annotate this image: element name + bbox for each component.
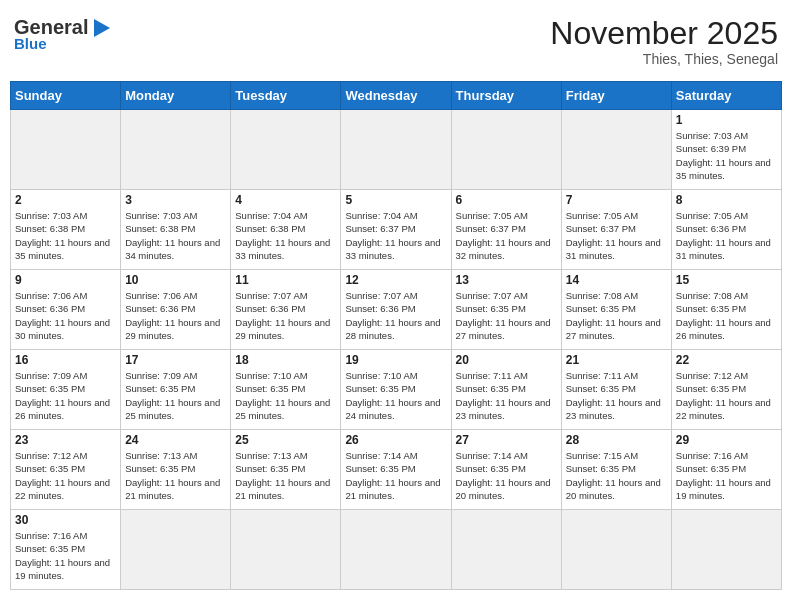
- logo-blue-text: Blue: [14, 35, 47, 52]
- calendar-cell: 3Sunrise: 7:03 AMSunset: 6:38 PMDaylight…: [121, 190, 231, 270]
- calendar-cell: 14Sunrise: 7:08 AMSunset: 6:35 PMDayligh…: [561, 270, 671, 350]
- calendar-cell: 30Sunrise: 7:16 AMSunset: 6:35 PMDayligh…: [11, 510, 121, 590]
- day-number: 28: [566, 433, 667, 447]
- day-info: Sunrise: 7:07 AMSunset: 6:35 PMDaylight:…: [456, 289, 557, 342]
- calendar-cell: 18Sunrise: 7:10 AMSunset: 6:35 PMDayligh…: [231, 350, 341, 430]
- week-row-0: 1Sunrise: 7:03 AMSunset: 6:39 PMDaylight…: [11, 110, 782, 190]
- week-row-1: 2Sunrise: 7:03 AMSunset: 6:38 PMDaylight…: [11, 190, 782, 270]
- calendar-cell: [451, 510, 561, 590]
- calendar-cell: [11, 110, 121, 190]
- weekday-header-thursday: Thursday: [451, 82, 561, 110]
- day-info: Sunrise: 7:10 AMSunset: 6:35 PMDaylight:…: [345, 369, 446, 422]
- day-number: 29: [676, 433, 777, 447]
- calendar-cell: 7Sunrise: 7:05 AMSunset: 6:37 PMDaylight…: [561, 190, 671, 270]
- day-number: 25: [235, 433, 336, 447]
- calendar-cell: 5Sunrise: 7:04 AMSunset: 6:37 PMDaylight…: [341, 190, 451, 270]
- location-subtitle: Thies, Thies, Senegal: [550, 51, 778, 67]
- calendar-cell: 8Sunrise: 7:05 AMSunset: 6:36 PMDaylight…: [671, 190, 781, 270]
- day-number: 15: [676, 273, 777, 287]
- calendar-cell: 21Sunrise: 7:11 AMSunset: 6:35 PMDayligh…: [561, 350, 671, 430]
- calendar-cell: 29Sunrise: 7:16 AMSunset: 6:35 PMDayligh…: [671, 430, 781, 510]
- calendar-cell: [121, 110, 231, 190]
- weekday-header-friday: Friday: [561, 82, 671, 110]
- day-info: Sunrise: 7:11 AMSunset: 6:35 PMDaylight:…: [456, 369, 557, 422]
- day-info: Sunrise: 7:11 AMSunset: 6:35 PMDaylight:…: [566, 369, 667, 422]
- calendar-cell: 10Sunrise: 7:06 AMSunset: 6:36 PMDayligh…: [121, 270, 231, 350]
- day-number: 23: [15, 433, 116, 447]
- day-info: Sunrise: 7:14 AMSunset: 6:35 PMDaylight:…: [456, 449, 557, 502]
- calendar-cell: [561, 110, 671, 190]
- day-info: Sunrise: 7:03 AMSunset: 6:39 PMDaylight:…: [676, 129, 777, 182]
- weekday-header-wednesday: Wednesday: [341, 82, 451, 110]
- day-info: Sunrise: 7:06 AMSunset: 6:36 PMDaylight:…: [125, 289, 226, 342]
- calendar-cell: 17Sunrise: 7:09 AMSunset: 6:35 PMDayligh…: [121, 350, 231, 430]
- day-number: 20: [456, 353, 557, 367]
- calendar-cell: 1Sunrise: 7:03 AMSunset: 6:39 PMDaylight…: [671, 110, 781, 190]
- day-info: Sunrise: 7:12 AMSunset: 6:35 PMDaylight:…: [15, 449, 116, 502]
- weekday-header-saturday: Saturday: [671, 82, 781, 110]
- day-number: 4: [235, 193, 336, 207]
- day-info: Sunrise: 7:09 AMSunset: 6:35 PMDaylight:…: [15, 369, 116, 422]
- calendar-cell: [341, 510, 451, 590]
- logo-triangle-icon: [90, 17, 112, 39]
- month-year-title: November 2025: [550, 16, 778, 51]
- day-info: Sunrise: 7:03 AMSunset: 6:38 PMDaylight:…: [125, 209, 226, 262]
- title-block: November 2025 Thies, Thies, Senegal: [550, 16, 778, 67]
- calendar-cell: 23Sunrise: 7:12 AMSunset: 6:35 PMDayligh…: [11, 430, 121, 510]
- day-number: 6: [456, 193, 557, 207]
- calendar-cell: 26Sunrise: 7:14 AMSunset: 6:35 PMDayligh…: [341, 430, 451, 510]
- day-number: 27: [456, 433, 557, 447]
- day-number: 10: [125, 273, 226, 287]
- weekday-header-monday: Monday: [121, 82, 231, 110]
- weekday-header-row: SundayMondayTuesdayWednesdayThursdayFrid…: [11, 82, 782, 110]
- calendar-cell: 22Sunrise: 7:12 AMSunset: 6:35 PMDayligh…: [671, 350, 781, 430]
- day-number: 30: [15, 513, 116, 527]
- calendar-cell: 20Sunrise: 7:11 AMSunset: 6:35 PMDayligh…: [451, 350, 561, 430]
- calendar-cell: 19Sunrise: 7:10 AMSunset: 6:35 PMDayligh…: [341, 350, 451, 430]
- day-number: 1: [676, 113, 777, 127]
- calendar-cell: 15Sunrise: 7:08 AMSunset: 6:35 PMDayligh…: [671, 270, 781, 350]
- calendar-cell: 24Sunrise: 7:13 AMSunset: 6:35 PMDayligh…: [121, 430, 231, 510]
- calendar-cell: 13Sunrise: 7:07 AMSunset: 6:35 PMDayligh…: [451, 270, 561, 350]
- day-number: 8: [676, 193, 777, 207]
- calendar-cell: 25Sunrise: 7:13 AMSunset: 6:35 PMDayligh…: [231, 430, 341, 510]
- week-row-2: 9Sunrise: 7:06 AMSunset: 6:36 PMDaylight…: [11, 270, 782, 350]
- day-number: 7: [566, 193, 667, 207]
- calendar-cell: [231, 510, 341, 590]
- week-row-5: 30Sunrise: 7:16 AMSunset: 6:35 PMDayligh…: [11, 510, 782, 590]
- weekday-header-tuesday: Tuesday: [231, 82, 341, 110]
- calendar-cell: 6Sunrise: 7:05 AMSunset: 6:37 PMDaylight…: [451, 190, 561, 270]
- calendar-cell: 27Sunrise: 7:14 AMSunset: 6:35 PMDayligh…: [451, 430, 561, 510]
- day-number: 19: [345, 353, 446, 367]
- day-info: Sunrise: 7:07 AMSunset: 6:36 PMDaylight:…: [345, 289, 446, 342]
- day-number: 17: [125, 353, 226, 367]
- day-number: 2: [15, 193, 116, 207]
- calendar-cell: [561, 510, 671, 590]
- day-info: Sunrise: 7:10 AMSunset: 6:35 PMDaylight:…: [235, 369, 336, 422]
- calendar-cell: [671, 510, 781, 590]
- calendar-cell: 9Sunrise: 7:06 AMSunset: 6:36 PMDaylight…: [11, 270, 121, 350]
- day-info: Sunrise: 7:13 AMSunset: 6:35 PMDaylight:…: [235, 449, 336, 502]
- day-number: 26: [345, 433, 446, 447]
- day-info: Sunrise: 7:05 AMSunset: 6:36 PMDaylight:…: [676, 209, 777, 262]
- day-number: 13: [456, 273, 557, 287]
- calendar-cell: [451, 110, 561, 190]
- day-number: 14: [566, 273, 667, 287]
- day-info: Sunrise: 7:08 AMSunset: 6:35 PMDaylight:…: [566, 289, 667, 342]
- calendar-cell: [121, 510, 231, 590]
- day-info: Sunrise: 7:07 AMSunset: 6:36 PMDaylight:…: [235, 289, 336, 342]
- calendar-cell: [231, 110, 341, 190]
- page-header: General Blue November 2025 Thies, Thies,…: [10, 10, 782, 73]
- day-number: 11: [235, 273, 336, 287]
- day-number: 24: [125, 433, 226, 447]
- calendar-cell: 4Sunrise: 7:04 AMSunset: 6:38 PMDaylight…: [231, 190, 341, 270]
- week-row-4: 23Sunrise: 7:12 AMSunset: 6:35 PMDayligh…: [11, 430, 782, 510]
- day-info: Sunrise: 7:12 AMSunset: 6:35 PMDaylight:…: [676, 369, 777, 422]
- day-info: Sunrise: 7:06 AMSunset: 6:36 PMDaylight:…: [15, 289, 116, 342]
- day-info: Sunrise: 7:09 AMSunset: 6:35 PMDaylight:…: [125, 369, 226, 422]
- calendar-cell: 12Sunrise: 7:07 AMSunset: 6:36 PMDayligh…: [341, 270, 451, 350]
- day-number: 5: [345, 193, 446, 207]
- day-info: Sunrise: 7:16 AMSunset: 6:35 PMDaylight:…: [676, 449, 777, 502]
- svg-marker-0: [94, 19, 110, 37]
- day-info: Sunrise: 7:15 AMSunset: 6:35 PMDaylight:…: [566, 449, 667, 502]
